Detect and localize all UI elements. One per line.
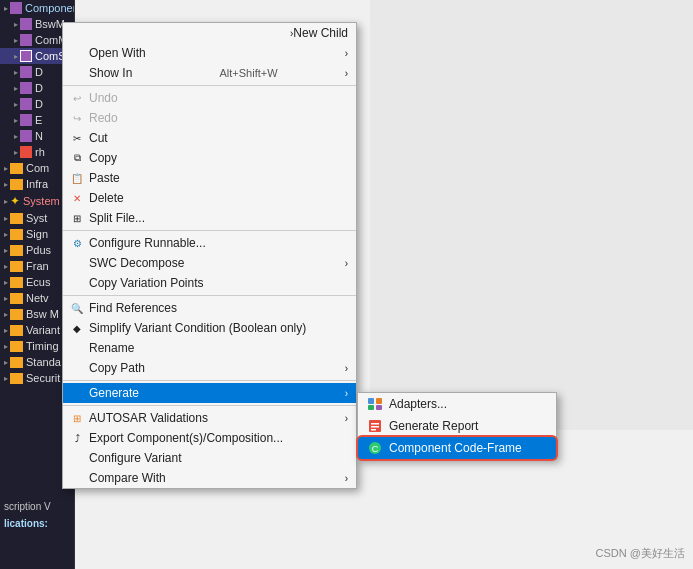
tree-item-components[interactable]: ▸ Components [0, 0, 74, 16]
tree-label: D [35, 66, 43, 78]
watermark-text: CSDN @美好生活 [596, 546, 685, 561]
tree-arrow: ▸ [4, 4, 8, 13]
autosar-icon: ⊞ [69, 410, 85, 426]
menu-item-compare-with[interactable]: Compare With › [63, 468, 356, 488]
menu-item-copy-variation[interactable]: Copy Variation Points [63, 273, 356, 293]
menu-item-open-with[interactable]: Open With › [63, 43, 356, 63]
folder-icon [10, 293, 23, 304]
folder-icon [10, 2, 22, 14]
tree-label: Timing [26, 340, 59, 352]
menu-label: Copy Path [89, 361, 145, 375]
folder-icon [10, 163, 23, 174]
menu-label: Simplify Variant Condition (Boolean only… [89, 321, 306, 335]
tree-label: Netv [26, 292, 49, 304]
submenu-label: Generate Report [389, 419, 478, 433]
menu-item-cut[interactable]: ✂ Cut [63, 128, 356, 148]
submenu-arrow-icon: › [345, 388, 348, 399]
menu-item-copy[interactable]: ⧉ Copy [63, 148, 356, 168]
submenu-item-component-code-frame[interactable]: C Component Code-Frame [358, 437, 556, 459]
separator [63, 405, 356, 406]
menu-item-swc-decompose[interactable]: SWC Decompose › [63, 253, 356, 273]
folder-icon [10, 179, 23, 190]
configure-icon: ⚙ [69, 235, 85, 251]
menu-label: Paste [89, 171, 120, 185]
menu-item-paste[interactable]: 📋 Paste [63, 168, 356, 188]
menu-label: Open With [89, 46, 146, 60]
svg-rect-0 [368, 398, 374, 404]
menu-item-simplify[interactable]: ◆ Simplify Variant Condition (Boolean on… [63, 318, 356, 338]
star-icon: ✦ [10, 194, 20, 208]
submenu-arrow-icon: › [345, 363, 348, 374]
square-icon [20, 50, 32, 62]
menu-label: Split File... [89, 211, 145, 225]
menu-label: SWC Decompose [89, 256, 184, 270]
square-icon [20, 114, 32, 126]
separator [63, 295, 356, 296]
tree-label: D [35, 98, 43, 110]
menu-item-generate[interactable]: Generate › [63, 383, 356, 403]
adapters-icon [366, 397, 384, 411]
tree-label: Components [25, 2, 75, 14]
tree-label: Fran [26, 260, 49, 272]
submenu-arrow-icon: › [345, 473, 348, 484]
tree-label: Ecus [26, 276, 50, 288]
submenu-item-adapters[interactable]: Adapters... [358, 393, 556, 415]
menu-item-delete[interactable]: ✕ Delete [63, 188, 356, 208]
folder-icon [10, 357, 23, 368]
menu-item-find-references[interactable]: 🔍 Find References [63, 298, 356, 318]
export-icon: ⤴ [69, 430, 85, 446]
context-menu: › New Child Open With › Show In Alt+Shif… [62, 22, 357, 489]
menu-item-split-file[interactable]: ⊞ Split File... [63, 208, 356, 228]
tree-label: Variant [26, 324, 60, 336]
square-icon [20, 18, 32, 30]
tree-label: Syst [26, 212, 47, 224]
find-icon: 🔍 [69, 300, 85, 316]
menu-item-undo[interactable]: ↩ Undo [63, 88, 356, 108]
submenu-arrow-icon: › [345, 68, 348, 79]
menu-item-export[interactable]: ⤴ Export Component(s)/Composition... [63, 428, 356, 448]
menu-item-autosar-validations[interactable]: ⊞ AUTOSAR Validations › [63, 408, 356, 428]
svg-rect-5 [371, 423, 379, 425]
right-panel [370, 0, 693, 430]
tree-label: D [35, 82, 43, 94]
folder-icon [10, 261, 23, 272]
tree-label: rh [35, 146, 45, 158]
copy-icon: ⧉ [69, 150, 85, 166]
tree-label: Sign [26, 228, 48, 240]
menu-item-configure-runnable[interactable]: ⚙ Configure Runnable... [63, 233, 356, 253]
menu-item-configure-variant[interactable]: Configure Variant [63, 448, 356, 468]
menu-label: New Child [293, 26, 348, 40]
applications-label: lications: [0, 516, 75, 531]
submenu-item-generate-report[interactable]: Generate Report [358, 415, 556, 437]
square-icon [20, 82, 32, 94]
separator [63, 380, 356, 381]
menu-label: AUTOSAR Validations [89, 411, 208, 425]
menu-item-show-in[interactable]: Show In Alt+Shift+W › [63, 63, 356, 83]
cut-icon: ✂ [69, 130, 85, 146]
simplify-icon: ◆ [69, 320, 85, 336]
svg-rect-3 [376, 405, 382, 410]
menu-item-new-child[interactable]: › New Child [63, 23, 356, 43]
submenu-arrow-icon: › [345, 48, 348, 59]
undo-icon: ↩ [69, 90, 85, 106]
redo-icon: ↪ [69, 110, 85, 126]
submenu-arrow-icon: › [345, 413, 348, 424]
menu-label: Configure Variant [89, 451, 182, 465]
svg-rect-1 [376, 398, 382, 404]
tree-label: System [23, 195, 60, 207]
menu-label: Delete [89, 191, 124, 205]
tree-label: N [35, 130, 43, 142]
menu-item-rename[interactable]: Rename [63, 338, 356, 358]
menu-item-copy-path[interactable]: Copy Path › [63, 358, 356, 378]
separator [63, 230, 356, 231]
delete-icon: ✕ [69, 190, 85, 206]
folder-icon [10, 309, 23, 320]
generate-submenu: Adapters... Generate Report C Component … [357, 392, 557, 460]
menu-label: Show In [89, 66, 132, 80]
code-frame-icon: C [366, 441, 384, 455]
menu-label: Configure Runnable... [89, 236, 206, 250]
menu-label: Compare With [89, 471, 166, 485]
menu-item-redo[interactable]: ↪ Redo [63, 108, 356, 128]
folder-icon [10, 245, 23, 256]
folder-icon [10, 229, 23, 240]
